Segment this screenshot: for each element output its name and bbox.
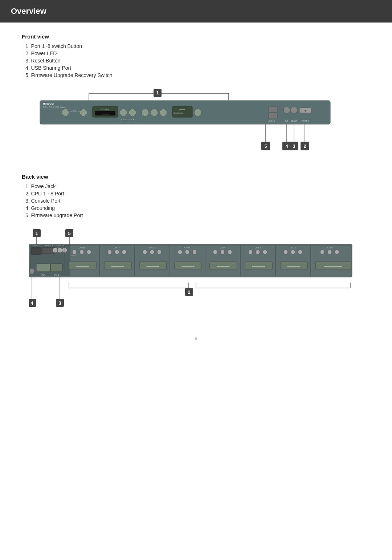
svg-text:▬▬▬▬▬▬▬: ▬▬▬▬▬▬▬ [111, 265, 124, 267]
svg-point-22 [160, 109, 167, 116]
svg-point-106 [228, 250, 232, 254]
svg-text:3: 3 [58, 300, 61, 306]
svg-point-64 [62, 248, 67, 253]
svg-text:CPU 8: CPU 8 [79, 247, 85, 249]
list-item: 5. Firmware Upgrade Recovery Switch [25, 72, 370, 78]
item-text: Console Port [31, 198, 61, 204]
back-view-title: Back view [22, 174, 370, 180]
item-text: Grounding [31, 205, 55, 211]
svg-rect-28 [269, 113, 277, 119]
svg-text:CPU 1: CPU 1 [327, 247, 333, 249]
svg-point-63 [57, 248, 62, 253]
svg-rect-55 [29, 244, 352, 277]
item-text: Reset Button [31, 58, 61, 64]
front-view-title: Front view [22, 33, 370, 40]
svg-text:3: 3 [293, 143, 295, 149]
svg-text:CONSOLE: CONSOLE [55, 244, 65, 247]
item-num: 5. [25, 212, 31, 218]
svg-text:K/B: K/B [285, 120, 289, 122]
svg-point-99 [192, 250, 197, 254]
item-text: USB Sharing Port [31, 65, 72, 71]
page-header: Overview [0, 0, 392, 23]
svg-text:USB 2.0: USB 2.0 [33, 244, 40, 247]
svg-point-105 [220, 250, 225, 254]
svg-text:▬▬▬▬▬▬▬: ▬▬▬▬▬▬▬ [287, 265, 300, 267]
item-num: 2. [25, 191, 31, 196]
svg-rect-70 [51, 264, 62, 272]
front-view-section: Front view 1. Port 1~8 switch Button 2. … [22, 33, 370, 159]
svg-point-77 [87, 250, 91, 254]
svg-text:CPU 5: CPU 5 [184, 247, 190, 249]
svg-text:5: 5 [264, 143, 267, 149]
svg-point-125 [320, 250, 324, 254]
svg-text:2: 2 [188, 289, 190, 295]
svg-text:2: 2 [303, 143, 306, 149]
svg-text:5: 5 [68, 231, 70, 236]
svg-point-76 [79, 250, 84, 254]
svg-text:POWER: POWER [302, 120, 309, 122]
svg-point-21 [151, 109, 158, 116]
svg-rect-27 [269, 106, 277, 112]
svg-point-118 [283, 250, 288, 254]
item-num: 4. [25, 65, 31, 71]
svg-point-90 [143, 250, 147, 254]
svg-text:CPU 2: CPU 2 [290, 247, 296, 249]
svg-text:◄ keyboard ►: ◄ keyboard ► [172, 112, 184, 114]
svg-point-104 [213, 250, 217, 254]
back-device-svg: 1 5 USB 2.0 UPGRADE CONSOLE [29, 226, 356, 320]
front-view-list: 1. Port 1~8 switch Button 2. Power LED 3… [22, 43, 370, 78]
svg-point-29 [283, 107, 290, 113]
list-item: 3. Console Port [25, 198, 370, 204]
svg-text:◄ USB LINK ►: ◄ USB LINK ► [121, 118, 135, 121]
item-num: 1. [25, 183, 31, 189]
list-item: 5. Firmware upgrade Port [25, 212, 370, 218]
back-view-section: Back view 1. Powe Jack 2. CPU 1 - 8 Port… [22, 174, 370, 321]
svg-point-97 [178, 250, 182, 254]
item-num: 4. [25, 205, 31, 211]
svg-point-119 [291, 250, 295, 254]
svg-point-85 [122, 250, 126, 254]
svg-text:▬▬▬▬▬▬▬: ▬▬▬▬▬▬▬ [182, 265, 195, 267]
front-device-svg: 1 MiniView 8-Port DVI-D KVM Switch 1 ◄ C… [36, 85, 334, 158]
svg-point-98 [185, 250, 189, 254]
svg-point-18 [129, 109, 136, 116]
svg-text:▬▬▬▬▬▬▬: ▬▬▬▬▬▬▬ [147, 265, 159, 267]
item-text: Firmware Upgrade Recovery Switch [31, 72, 113, 78]
svg-point-126 [327, 250, 332, 254]
svg-text:DVI-1: DVI-1 [54, 274, 59, 276]
item-num: 2. [25, 50, 31, 56]
svg-text:▬▬▬▬▬▬▬▬▬▬: ▬▬▬▬▬▬▬▬▬▬ [324, 265, 342, 267]
item-num: 3. [25, 58, 31, 64]
svg-text:1: 1 [156, 90, 159, 96]
list-item: 1. Powe Jack [25, 183, 370, 189]
svg-point-111 [248, 250, 253, 254]
svg-text:RESET: RESET [291, 120, 298, 122]
svg-text:■: ■ [305, 110, 306, 112]
svg-point-75 [72, 250, 77, 254]
item-text: Powe Jack [31, 183, 56, 189]
list-item: 3. Reset Button [25, 58, 370, 64]
list-item: 2. CPU 1 - 8 Port [25, 191, 370, 196]
svg-point-112 [256, 250, 260, 254]
back-view-diagram: 1 5 USB 2.0 UPGRADE CONSOLE [29, 226, 356, 321]
svg-point-120 [298, 250, 302, 254]
svg-point-20 [142, 109, 149, 116]
svg-text:▬▬▬: ▬▬▬ [71, 255, 76, 256]
svg-text:4: 4 [285, 143, 288, 149]
svg-text:▬▬▬▬▬▬▬: ▬▬▬▬▬▬▬ [252, 265, 265, 267]
svg-point-83 [107, 250, 112, 254]
list-item: 1. Port 1~8 switch Button [25, 43, 370, 49]
item-text: CPU 1 - 8 Port [31, 191, 64, 196]
svg-point-127 [335, 250, 339, 254]
svg-rect-57 [31, 247, 41, 255]
svg-rect-68 [36, 264, 50, 272]
svg-text:UPGRADE: UPGRADE [44, 244, 54, 247]
svg-text:CPU 4: CPU 4 [220, 247, 225, 249]
back-view-list: 1. Powe Jack 2. CPU 1 - 8 Port 3. Consol… [22, 183, 370, 218]
item-text: Port 1~8 switch Button [31, 43, 82, 49]
svg-text:USB 2.0: USB 2.0 [268, 120, 275, 122]
svg-point-30 [291, 107, 297, 113]
page-content: Front view 1. Port 1~8 switch Button 2. … [0, 23, 392, 352]
svg-text:CPU 3: CPU 3 [255, 247, 261, 249]
list-item: 2. Power LED [25, 50, 370, 56]
